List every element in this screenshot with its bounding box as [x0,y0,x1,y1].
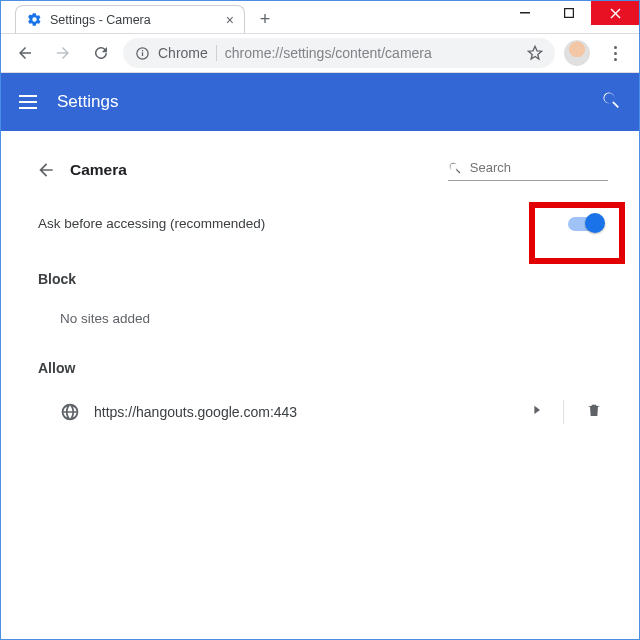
ask-before-accessing-label: Ask before accessing (recommended) [38,216,265,231]
allow-site-url: https://hangouts.google.com:443 [94,404,297,420]
separator [216,45,217,61]
page-search-input[interactable] [470,160,608,175]
svg-rect-5 [142,52,143,56]
settings-header-title: Settings [57,92,118,112]
url-text: chrome://settings/content/camera [225,45,432,61]
settings-search-button[interactable] [601,90,621,114]
browser-menu-button[interactable] [599,37,631,69]
page-title: Camera [70,161,127,179]
chevron-right-icon[interactable] [533,403,541,421]
nav-reload-button[interactable] [85,37,117,69]
url-scheme-label: Chrome [158,45,208,61]
nav-back-button[interactable] [9,37,41,69]
svg-rect-1 [565,9,574,18]
search-icon [448,160,462,176]
svg-rect-6 [142,50,143,51]
block-section-label: Block [32,253,608,295]
browser-toolbar: Chrome chrome://settings/content/camera [1,33,639,73]
profile-avatar[interactable] [561,37,593,69]
svg-rect-0 [520,12,530,14]
settings-app-header: Settings [1,73,639,131]
bookmark-star-icon[interactable] [527,45,543,61]
new-tab-button[interactable]: + [251,5,279,33]
block-empty-text: No sites added [32,295,608,342]
delete-icon[interactable] [586,401,602,423]
window-maximize-button[interactable] [547,1,591,25]
window-close-button[interactable] [591,1,639,25]
globe-icon [60,402,80,422]
settings-content: Camera Ask before accessing (recommended… [1,131,639,455]
info-icon [135,46,150,61]
gear-icon [26,12,42,28]
page-search-field[interactable] [448,160,608,181]
settings-back-button[interactable] [32,156,60,184]
allow-site-row[interactable]: https://hangouts.google.com:443 [32,384,608,440]
ask-before-accessing-toggle[interactable] [568,217,602,231]
nav-forward-button [47,37,79,69]
address-bar[interactable]: Chrome chrome://settings/content/camera [123,38,555,68]
hamburger-menu-button[interactable] [19,95,37,109]
ask-before-accessing-row: Ask before accessing (recommended) [32,194,608,253]
window-minimize-button[interactable] [503,1,547,25]
os-titlebar: Settings - Camera × + [1,1,639,33]
tab-title: Settings - Camera [50,13,151,27]
tab-close-icon[interactable]: × [226,12,234,28]
allow-section-label: Allow [32,342,608,384]
separator [563,400,564,424]
browser-tab[interactable]: Settings - Camera × [15,5,245,33]
